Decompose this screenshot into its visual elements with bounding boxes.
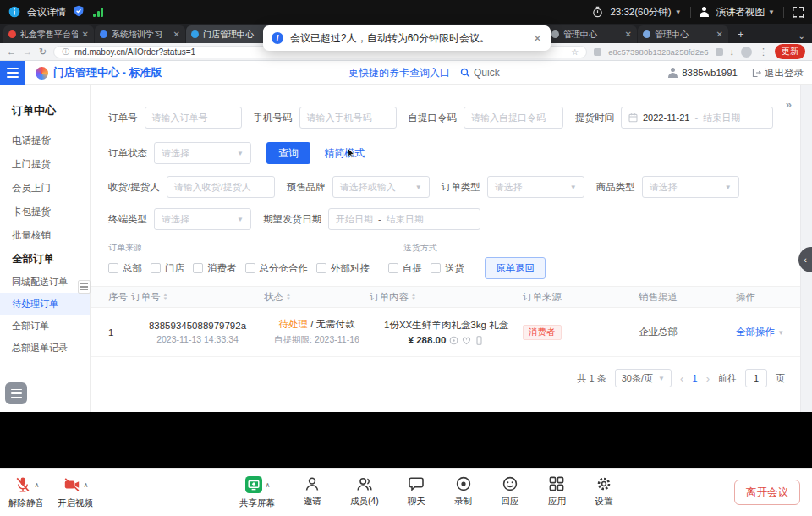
- floating-list-widget[interactable]: [5, 382, 27, 404]
- col-order-no[interactable]: 订单号▲▼: [131, 291, 167, 304]
- browser-tab-4[interactable]: 管理中心 ✕: [546, 25, 637, 43]
- order-no-input[interactable]: 请输入订单号: [145, 107, 242, 129]
- chevron-down-icon: ▼: [570, 184, 577, 191]
- goto-page-input[interactable]: 1: [745, 369, 767, 387]
- sort-icon[interactable]: ▲▼: [163, 293, 168, 301]
- leave-meeting-button[interactable]: 离开会议: [734, 480, 800, 505]
- sort-icon[interactable]: ▲▼: [286, 293, 291, 301]
- pickup-time-range[interactable]: 2022-11-21 - 结束日期: [621, 107, 773, 129]
- sort-icon[interactable]: ▲▼: [411, 293, 416, 301]
- reload-icon[interactable]: ↻: [39, 47, 47, 58]
- browser-menu-icon[interactable]: ⋮: [759, 47, 768, 58]
- bookmark-star-icon[interactable]: ☆: [571, 47, 579, 57]
- receiver-input[interactable]: 请输入收货/提货人: [167, 176, 275, 198]
- pickup-code-input[interactable]: 请输入自提口令码: [464, 107, 563, 129]
- coupon-query-link[interactable]: 更快捷的券卡查询入口: [348, 66, 450, 80]
- order-status-select[interactable]: 请选择▼: [154, 142, 251, 164]
- checkbox-source-external[interactable]: 外部对接: [316, 262, 370, 275]
- sidebar-item-door-pickup[interactable]: 上门提货: [0, 152, 90, 176]
- view-caret-icon[interactable]: ▼: [768, 8, 775, 16]
- tab-close-icon[interactable]: ✕: [625, 30, 632, 39]
- profile-avatar[interactable]: [741, 47, 752, 58]
- prev-page-icon[interactable]: ‹: [680, 372, 683, 385]
- site-info-icon[interactable]: ⓘ: [62, 47, 69, 58]
- download-icon[interactable]: ↓: [730, 47, 735, 57]
- pay-status: / 无需付款: [310, 319, 354, 329]
- phone-input[interactable]: 请输入手机号码: [299, 107, 397, 129]
- timer-caret-icon[interactable]: ▼: [675, 8, 682, 16]
- members-button[interactable]: 成员(4): [350, 475, 379, 509]
- collapse-panel-icon[interactable]: »: [786, 98, 792, 111]
- next-page-icon[interactable]: ›: [706, 372, 710, 385]
- sidebar-item-pending-orders[interactable]: 待处理订单: [0, 293, 90, 315]
- page-size-select[interactable]: 30条/页▼: [615, 369, 672, 387]
- col-status[interactable]: 状态▲▼: [264, 291, 291, 304]
- sidebar-item-batch-verify[interactable]: 批量核销: [0, 223, 90, 247]
- checkbox-ship-selfpickup[interactable]: 自提: [388, 262, 422, 275]
- meeting-detail-label[interactable]: 会议详情: [27, 6, 66, 19]
- start-video-button[interactable]: ∧ 开启视频: [58, 475, 93, 509]
- chat-button[interactable]: 聊天: [407, 475, 425, 509]
- security-shield-icon[interactable]: [73, 5, 85, 19]
- sidebar-item-card-pickup[interactable]: 卡包提货: [0, 200, 90, 223]
- checkbox-ship-delivery[interactable]: 送货: [431, 262, 464, 275]
- logout-button[interactable]: 退出登录: [751, 67, 804, 80]
- tab-favicon: [191, 30, 199, 38]
- meeting-info-icon[interactable]: [8, 6, 20, 18]
- terminal-type-select[interactable]: 请选择▼: [154, 208, 251, 230]
- share-screen-button[interactable]: ∧ 共享屏幕: [239, 475, 275, 509]
- record-button[interactable]: 录制: [454, 475, 473, 509]
- order-type-select[interactable]: 请选择▼: [487, 176, 584, 198]
- expect-ship-date-range[interactable]: 开始日期 - 结束日期: [328, 208, 480, 230]
- tab-list-chevron-icon[interactable]: ⌄: [798, 31, 805, 41]
- original-order-return-button[interactable]: 原单退回: [485, 257, 546, 279]
- table-row[interactable]: 1 83859345088979792a 2023-11-13 14:33:34…: [91, 308, 812, 357]
- menu-toggle-button[interactable]: [0, 61, 25, 85]
- sidebar-group-all-orders[interactable]: 全部订单: [0, 247, 90, 271]
- apps-button[interactable]: 应用: [547, 475, 566, 509]
- extension-icon-2[interactable]: [716, 48, 723, 56]
- browser-tab-5[interactable]: 管理中心 ✕: [638, 25, 728, 43]
- sidebar-item-hq-refund-records[interactable]: 总部退单记录: [0, 337, 90, 359]
- sidebar-item-phone-pickup[interactable]: 电话提货: [0, 129, 90, 152]
- checkbox-source-store[interactable]: 门店: [151, 262, 184, 275]
- mic-options-caret[interactable]: ∧: [35, 481, 40, 489]
- back-icon[interactable]: ←: [7, 47, 16, 57]
- extension-icon[interactable]: [594, 48, 601, 56]
- checkbox-source-consumer[interactable]: 消费者: [193, 262, 237, 275]
- new-tab-button[interactable]: +: [738, 28, 744, 41]
- row-action-dropdown[interactable]: 全部操作 ▼: [736, 326, 784, 338]
- order-number[interactable]: 83859345088979792a: [149, 321, 246, 331]
- query-button[interactable]: 查询: [266, 142, 310, 164]
- browser-tab-1[interactable]: 礼盒零售平台管理中心 ✕: [3, 25, 94, 43]
- presale-brand-select[interactable]: 请选择或输入▼: [332, 176, 430, 198]
- current-page[interactable]: 1: [692, 373, 697, 383]
- sidebar-item-all-orders[interactable]: 全部订单: [0, 315, 90, 337]
- share-options-caret[interactable]: ∧: [266, 481, 271, 489]
- settings-button[interactable]: 设置: [595, 475, 613, 509]
- sidebar-item-city-delivery-orders[interactable]: 同城配送订单: [0, 271, 90, 293]
- forward-icon[interactable]: →: [23, 47, 32, 57]
- view-mode-label[interactable]: 演讲者视图: [716, 6, 765, 19]
- sidebar-drag-handle[interactable]: [78, 280, 91, 294]
- sidebar-item-member-visit[interactable]: 会员上门: [0, 176, 90, 200]
- browser-tab-2[interactable]: 系统培训学习 ✕: [95, 25, 185, 43]
- tab-close-icon[interactable]: ✕: [82, 30, 89, 39]
- checkbox-source-warehouse[interactable]: 总分仓合作: [245, 262, 309, 275]
- chrome-update-button[interactable]: 更新: [775, 44, 805, 59]
- tab-close-icon[interactable]: ✕: [173, 30, 180, 39]
- banner-close-icon[interactable]: ✕: [533, 32, 542, 45]
- checkbox-source-hq[interactable]: 总部: [108, 262, 142, 275]
- tab-close-icon[interactable]: ✕: [716, 30, 723, 39]
- quick-search[interactable]: Quick: [460, 67, 500, 79]
- invite-button[interactable]: 邀请: [303, 475, 321, 509]
- current-user[interactable]: 8385wb1991: [667, 68, 738, 78]
- video-options-caret[interactable]: ∧: [84, 481, 89, 489]
- simple-mode-link[interactable]: 精简模式: [324, 146, 365, 161]
- react-button[interactable]: 回应: [501, 475, 519, 509]
- unmute-button[interactable]: ∧ 解除静音: [8, 475, 44, 509]
- col-content[interactable]: 订单内容▲▼: [370, 291, 416, 304]
- topbar-divider: [690, 7, 691, 18]
- fullscreen-icon[interactable]: [793, 7, 804, 18]
- goods-type-select[interactable]: 请选择▼: [642, 176, 739, 198]
